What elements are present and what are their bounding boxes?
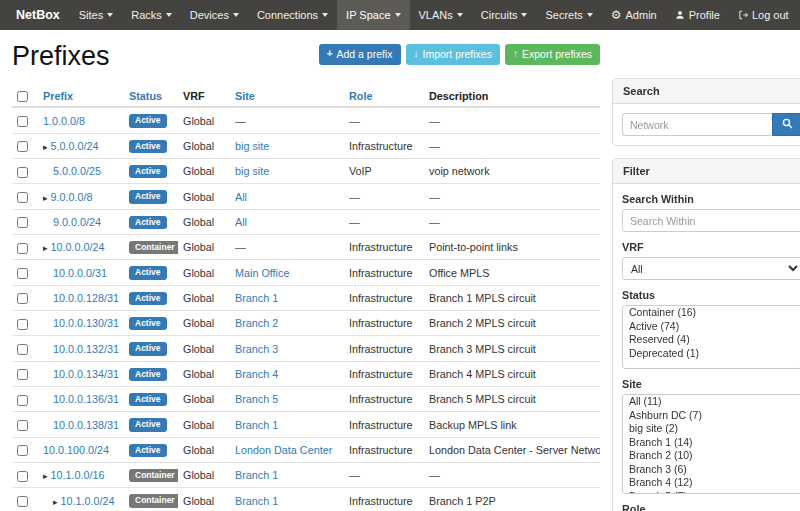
nav-item-circuits[interactable]: Circuits <box>472 0 537 30</box>
description-value: Branch 1 MPLS circuit <box>429 292 536 304</box>
prefix-link[interactable]: 5.0.0.0/24 <box>51 140 99 152</box>
row-checkbox[interactable] <box>17 369 28 380</box>
page-title: Prefixes <box>12 42 110 72</box>
site-link[interactable]: All <box>235 216 247 228</box>
row-checkbox[interactable] <box>17 167 28 178</box>
prefix-link[interactable]: 10.0.0.0/24 <box>51 241 105 253</box>
import-icon: ↓ <box>414 48 419 60</box>
site-link[interactable]: All <box>235 191 247 203</box>
site-link[interactable]: Branch 3 <box>235 343 278 355</box>
site-link[interactable]: Main Office <box>235 267 289 279</box>
prefix-link[interactable]: 9.0.0.0/8 <box>51 191 93 203</box>
site-link[interactable]: Branch 1 <box>235 419 278 431</box>
nav-item-sites[interactable]: Sites <box>70 0 122 30</box>
site-link[interactable]: Branch 1 <box>235 495 278 507</box>
export-prefixes-button[interactable]: ↑Export prefixes <box>505 44 600 65</box>
filter-option[interactable]: Deprecated (1) <box>623 347 800 361</box>
row-checkbox[interactable] <box>17 496 28 507</box>
row-checkbox[interactable] <box>17 141 28 152</box>
prefix-table: PrefixStatusVRFSiteRoleDescription 1.0.0… <box>12 86 600 511</box>
row-checkbox[interactable] <box>17 471 28 482</box>
search-input[interactable] <box>622 113 772 136</box>
filter-option[interactable]: big site (2) <box>623 422 800 436</box>
prefix-link[interactable]: 10.0.0.138/31 <box>53 419 119 431</box>
status-badge: Active <box>129 418 167 431</box>
nav-admin[interactable]: ⚙Admin <box>602 0 666 30</box>
site-filter-list[interactable]: All (11)Ashburn DC (7)big site (2)Branch… <box>622 394 800 494</box>
filter-option[interactable]: Branch 5 (7) <box>623 490 800 495</box>
search-within-input[interactable] <box>622 209 800 232</box>
vrf-value: Global <box>183 317 214 329</box>
nav-log-out[interactable]: Log out <box>729 0 798 30</box>
prefix-link[interactable]: 10.0.100.0/24 <box>43 444 109 456</box>
status-badge: Active <box>129 342 167 355</box>
prefix-link[interactable]: 10.1.0.0/16 <box>51 469 105 481</box>
table-row: ▸9.0.0.0/8ActiveGlobalAll—— <box>12 184 600 209</box>
brand-link[interactable]: NetBox <box>6 0 70 30</box>
nav-profile[interactable]: Profile <box>666 0 729 30</box>
row-checkbox[interactable] <box>17 217 28 228</box>
nav-item-vlans[interactable]: VLANs <box>410 0 472 30</box>
prefix-link[interactable]: 10.0.0.132/31 <box>53 343 119 355</box>
site-link[interactable]: Branch 4 <box>235 368 278 380</box>
nav-item-connections[interactable]: Connections <box>248 0 337 30</box>
chevron-down-icon <box>233 13 239 17</box>
column-header-status[interactable]: Status <box>124 86 178 108</box>
status-badge: Active <box>129 444 167 457</box>
prefix-link[interactable]: 10.0.0.134/31 <box>53 368 119 380</box>
nav-item-devices[interactable]: Devices <box>181 0 248 30</box>
row-checkbox[interactable] <box>17 293 28 304</box>
filter-option[interactable]: Ashburn DC (7) <box>623 409 800 423</box>
import-prefixes-button[interactable]: ↓Import prefixes <box>406 44 500 65</box>
site-link[interactable]: Branch 1 <box>235 469 278 481</box>
prefix-link[interactable]: 5.0.0.0/25 <box>53 165 101 177</box>
site-link[interactable]: big site <box>235 140 269 152</box>
status-badge: Active <box>129 266 167 279</box>
row-checkbox[interactable] <box>17 319 28 330</box>
status-filter-list[interactable]: Container (16)Active (74)Reserved (4)Dep… <box>622 305 800 369</box>
site-link[interactable]: big site <box>235 165 269 177</box>
filter-option[interactable]: Branch 2 (10) <box>623 449 800 463</box>
row-checkbox[interactable] <box>17 243 28 254</box>
user-icon <box>675 10 685 20</box>
add-a-prefix-button[interactable]: +Add a prefix <box>319 44 401 65</box>
role-value: Infrastructure <box>349 241 413 253</box>
row-checkbox[interactable] <box>17 395 28 406</box>
vrf-select[interactable]: All <box>622 257 800 280</box>
prefix-link[interactable]: 10.0.0.0/31 <box>53 267 107 279</box>
search-button[interactable] <box>772 113 800 136</box>
filter-option[interactable]: Branch 3 (6) <box>623 463 800 477</box>
site-link[interactable]: Branch 5 <box>235 393 278 405</box>
column-header-prefix[interactable]: Prefix <box>38 86 124 108</box>
nav-item-secrets[interactable]: Secrets <box>536 0 601 30</box>
table-header-row: PrefixStatusVRFSiteRoleDescription <box>12 86 600 108</box>
prefix-link[interactable]: 10.0.0.130/31 <box>53 317 119 329</box>
site-link[interactable]: Branch 2 <box>235 317 278 329</box>
row-checkbox[interactable] <box>17 445 28 456</box>
prefix-link[interactable]: 10.0.0.128/31 <box>53 292 119 304</box>
site-link[interactable]: Branch 1 <box>235 292 278 304</box>
prefix-link[interactable]: 10.0.0.136/31 <box>53 393 119 405</box>
row-checkbox[interactable] <box>17 192 28 203</box>
nav-item-racks[interactable]: Racks <box>122 0 181 30</box>
prefix-link[interactable]: 1.0.0.0/8 <box>43 115 85 127</box>
filter-option[interactable]: Active (74) <box>623 320 800 334</box>
vrf-value: Global <box>183 469 214 481</box>
filter-option[interactable]: All (11) <box>623 395 800 409</box>
prefix-link[interactable]: 9.0.0.0/24 <box>53 216 101 228</box>
row-checkbox[interactable] <box>17 116 28 127</box>
filter-option[interactable]: Reserved (4) <box>623 333 800 347</box>
filter-option[interactable]: Branch 4 (12) <box>623 476 800 490</box>
filter-option[interactable]: Container (16) <box>623 306 800 320</box>
nav-item-ip-space[interactable]: IP Space <box>337 0 409 30</box>
prefix-link[interactable]: 10.1.0.0/24 <box>61 495 115 507</box>
column-header-site[interactable]: Site <box>230 86 344 108</box>
row-checkbox[interactable] <box>17 344 28 355</box>
column-header-role[interactable]: Role <box>344 86 424 108</box>
row-checkbox[interactable] <box>17 268 28 279</box>
select-all-checkbox[interactable] <box>17 91 28 102</box>
chevron-down-icon <box>395 13 401 17</box>
site-link[interactable]: London Data Center <box>235 444 332 456</box>
filter-option[interactable]: Branch 1 (14) <box>623 436 800 450</box>
row-checkbox[interactable] <box>17 420 28 431</box>
